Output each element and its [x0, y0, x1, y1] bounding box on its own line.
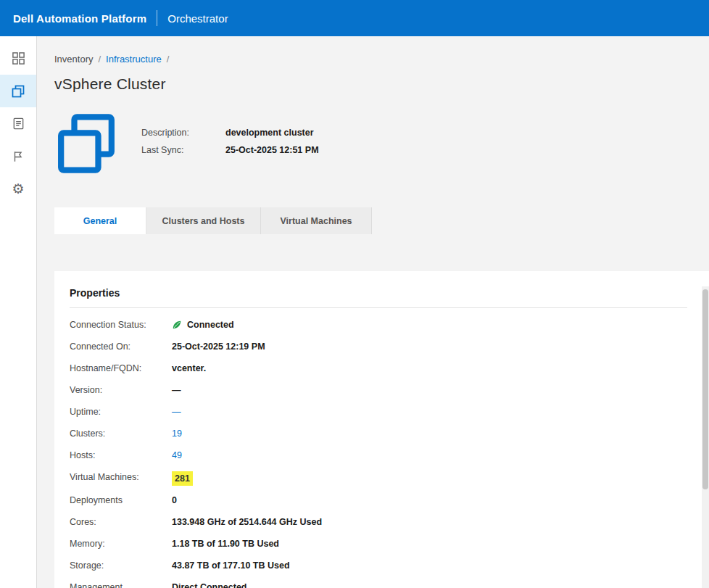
app-name: Orchestrator — [167, 12, 228, 25]
property-row-connected-on: Connected On: 25-Oct-2025 12:19 PM — [70, 336, 687, 357]
property-value: 43.87 TB of 177.10 TB Used — [172, 558, 290, 571]
property-value: vcenter. — [172, 361, 206, 374]
header-divider — [157, 10, 157, 26]
property-label: Deployments — [70, 493, 172, 506]
sidebar-item-dashboard[interactable] — [0, 42, 36, 75]
property-value: 133.948 GHz of 2514.644 GHz Used — [172, 515, 322, 528]
scrollbar-thumb[interactable] — [702, 289, 708, 489]
property-row-version: Version: — — [70, 379, 687, 401]
gear-icon: ⚙ — [12, 182, 24, 196]
property-value: 0 — [172, 493, 177, 506]
property-value: — — [172, 383, 181, 396]
flag-icon — [12, 150, 25, 163]
sidebar-item-flags[interactable] — [0, 140, 36, 173]
description-value: development cluster — [225, 128, 319, 138]
property-label: Hostname/FQDN: — [70, 361, 172, 374]
virtual-machines-count-link[interactable]: 281 — [172, 471, 193, 486]
vertical-scrollbar — [702, 286, 709, 588]
properties-heading: Properties — [70, 287, 687, 299]
document-icon — [12, 117, 25, 131]
property-label: Storage: — [70, 558, 172, 571]
property-row-hosts: Hosts: 49 — [70, 444, 687, 466]
vsphere-cluster-icon — [54, 112, 118, 175]
tab-clusters-and-hosts[interactable]: Clusters and Hosts — [146, 207, 261, 234]
general-panel: Properties Connection Status: Connected … — [54, 271, 709, 588]
tab-bar: General Clusters and Hosts Virtual Machi… — [54, 207, 709, 234]
property-label: Connection Status: — [70, 318, 172, 331]
property-value: Direct Connected — [172, 580, 247, 588]
property-value: 281 — [172, 470, 193, 486]
sidebar: ⚙ — [0, 36, 37, 588]
property-label: Uptime: — [70, 405, 172, 418]
page-title: vSphere Cluster — [54, 75, 709, 93]
last-sync-label: Last Sync: — [141, 145, 225, 155]
property-label: Virtual Machines: — [70, 470, 172, 483]
property-label: Management Connection: — [70, 580, 172, 588]
property-row-connection-status: Connection Status: Connected — [70, 314, 687, 336]
property-row-uptime: Uptime: — — [70, 401, 687, 423]
breadcrumb-inventory[interactable]: Inventory — [54, 54, 93, 65]
app-header: Dell Automation Platform Orchestrator — [0, 0, 709, 36]
connection-status-text: Connected — [187, 319, 234, 331]
breadcrumb-separator: / — [98, 54, 101, 65]
cluster-icon — [11, 84, 25, 99]
grid-icon — [12, 51, 25, 65]
breadcrumb-separator: / — [167, 54, 170, 65]
property-value: 1.18 TB of 11.90 TB Used — [172, 537, 279, 550]
property-row-memory: Memory: 1.18 TB of 11.90 TB Used — [70, 533, 687, 555]
description-label: Description: — [141, 128, 225, 138]
properties-divider — [70, 307, 687, 308]
property-row-virtual-machines: Virtual Machines: 281 — [70, 466, 687, 489]
hosts-count-link[interactable]: 49 — [172, 448, 182, 461]
property-row-clusters: Clusters: 19 — [70, 423, 687, 444]
property-row-cores: Cores: 133.948 GHz of 2514.644 GHz Used — [70, 511, 687, 533]
property-row-hostname: Hostname/FQDN: vcenter. — [70, 357, 687, 379]
property-value: Connected — [172, 318, 234, 331]
summary-section: Description: development cluster Last Sy… — [54, 112, 709, 175]
property-label: Memory: — [70, 537, 172, 550]
connected-leaf-icon — [172, 320, 182, 330]
property-label: Cores: — [70, 515, 172, 528]
property-label: Version: — [70, 383, 172, 396]
summary-fields: Description: development cluster Last Sy… — [141, 128, 319, 155]
property-label: Clusters: — [70, 426, 172, 439]
sidebar-item-infrastructure[interactable] — [0, 75, 36, 107]
property-label: Connected On: — [70, 339, 172, 352]
breadcrumb-infrastructure[interactable]: Infrastructure — [106, 54, 162, 65]
main-content: Inventory / Infrastructure / vSphere Clu… — [37, 36, 709, 588]
property-value: — — [172, 405, 181, 418]
property-label: Hosts: — [70, 448, 172, 461]
sidebar-item-settings[interactable]: ⚙ — [0, 173, 36, 205]
property-value: 25-Oct-2025 12:19 PM — [172, 339, 265, 352]
sidebar-item-templates[interactable] — [0, 107, 36, 140]
property-row-management-connection: Management Connection: Direct Connected — [70, 576, 687, 588]
clusters-count-link[interactable]: 19 — [172, 426, 182, 439]
tab-virtual-machines[interactable]: Virtual Machines — [261, 207, 372, 234]
product-name: Dell Automation Platform — [13, 12, 146, 25]
tab-general[interactable]: General — [54, 207, 146, 234]
property-row-storage: Storage: 43.87 TB of 177.10 TB Used — [70, 555, 687, 576]
breadcrumb: Inventory / Infrastructure / — [54, 54, 709, 65]
last-sync-value: 25-Oct-2025 12:51 PM — [225, 145, 319, 155]
property-row-deployments: Deployments 0 — [70, 489, 687, 511]
